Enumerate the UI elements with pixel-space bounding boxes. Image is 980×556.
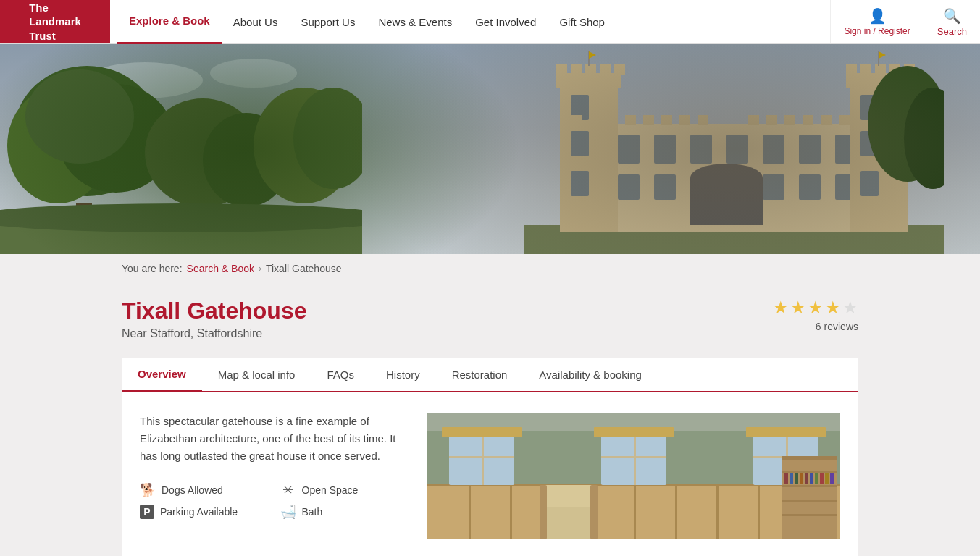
svg-rect-93 bbox=[594, 427, 674, 437]
svg-rect-84 bbox=[758, 485, 760, 539]
star-3: ★ bbox=[808, 298, 824, 318]
logo-line1: The bbox=[29, 1, 81, 15]
svg-rect-119 bbox=[590, 485, 598, 539]
star-rating: ★ ★ ★ ★ ★ bbox=[773, 298, 858, 318]
breadcrumb: You are here: Search & Book › Tixall Gat… bbox=[0, 254, 980, 283]
tab-availability-booking[interactable]: Availability & booking bbox=[523, 358, 657, 391]
svg-rect-104 bbox=[782, 500, 837, 502]
svg-rect-108 bbox=[795, 473, 798, 484]
svg-rect-113 bbox=[820, 473, 824, 484]
svg-rect-102 bbox=[782, 471, 837, 473]
header-actions: 👤 Sign in / Register 🔍 Search bbox=[830, 0, 980, 43]
svg-rect-82 bbox=[675, 485, 677, 539]
main-content: Tixall Gatehouse Near Stafford, Stafford… bbox=[0, 283, 980, 556]
svg-rect-83 bbox=[716, 485, 719, 539]
svg-rect-117 bbox=[540, 485, 598, 507]
tab-faqs[interactable]: FAQs bbox=[311, 358, 370, 391]
amenity-bath-label: Bath bbox=[302, 506, 323, 518]
amenities-list: 🐕 Dogs Allowed ✳ Open Space P Parking Av… bbox=[140, 482, 406, 520]
search-label: Search bbox=[937, 26, 967, 37]
tab-overview[interactable]: Overview bbox=[122, 358, 202, 392]
amenity-bath: 🛁 Bath bbox=[280, 504, 406, 520]
svg-rect-106 bbox=[784, 473, 788, 484]
amenity-parking-label: Parking Available bbox=[160, 506, 238, 518]
overview-description: This spectacular gatehouse is a fine exa… bbox=[140, 413, 406, 465]
nav-item-support-us[interactable]: Support Us bbox=[289, 0, 367, 44]
svg-rect-114 bbox=[825, 473, 829, 484]
svg-rect-115 bbox=[830, 473, 834, 484]
svg-rect-77 bbox=[469, 485, 471, 539]
amenity-dogs-label: Dogs Allowed bbox=[162, 484, 223, 496]
overview-image bbox=[427, 413, 840, 539]
amenity-parking: P Parking Available bbox=[140, 504, 266, 520]
nav-item-about-us[interactable]: About Us bbox=[222, 0, 290, 44]
overview-text-column: This spectacular gatehouse is a fine exa… bbox=[140, 413, 406, 539]
logo-line2: Landmark bbox=[29, 14, 81, 29]
logo[interactable]: The Landmark Trust bbox=[0, 0, 110, 43]
breadcrumb-link[interactable]: Search & Book bbox=[187, 263, 254, 274]
svg-rect-81 bbox=[634, 485, 636, 539]
svg-rect-109 bbox=[800, 473, 803, 484]
svg-rect-103 bbox=[782, 485, 837, 487]
svg-rect-88 bbox=[449, 456, 514, 458]
nav-item-gift-shop[interactable]: Gift Shop bbox=[548, 0, 616, 44]
svg-rect-107 bbox=[790, 473, 793, 484]
svg-rect-92 bbox=[601, 456, 666, 458]
svg-rect-105 bbox=[782, 514, 837, 516]
site-header: The Landmark Trust Explore & Book About … bbox=[0, 0, 980, 44]
amenity-open-space-label: Open Space bbox=[302, 484, 359, 496]
logo-line3: Trust bbox=[29, 29, 81, 43]
svg-rect-97 bbox=[746, 427, 826, 437]
open-space-icon: ✳ bbox=[280, 482, 296, 498]
amenity-open-space: ✳ Open Space bbox=[280, 482, 406, 498]
svg-rect-89 bbox=[442, 427, 522, 437]
tab-restoration[interactable]: Restoration bbox=[436, 358, 524, 391]
property-tabs: Overview Map & local info FAQs History R… bbox=[122, 358, 858, 392]
dogs-icon: 🐕 bbox=[140, 482, 156, 498]
star-5: ★ bbox=[842, 298, 858, 318]
main-nav: Explore & Book About Us Support Us News … bbox=[110, 0, 830, 43]
sign-in-button[interactable]: 👤 Sign in / Register bbox=[830, 0, 923, 43]
breadcrumb-separator: › bbox=[259, 264, 261, 274]
sign-in-label: Sign in / Register bbox=[844, 26, 910, 36]
property-title: Tixall Gatehouse bbox=[122, 298, 307, 324]
svg-rect-118 bbox=[540, 485, 547, 539]
svg-rect-112 bbox=[815, 473, 818, 484]
user-icon: 👤 bbox=[868, 7, 887, 25]
tab-map-local-info[interactable]: Map & local info bbox=[202, 358, 311, 391]
svg-rect-78 bbox=[510, 485, 512, 539]
hero-image bbox=[0, 44, 980, 254]
breadcrumb-prefix: You are here: bbox=[122, 263, 183, 274]
bath-icon: 🛁 bbox=[280, 504, 296, 520]
svg-rect-101 bbox=[782, 456, 837, 460]
amenity-dogs: 🐕 Dogs Allowed bbox=[140, 482, 266, 498]
nav-item-explore-book[interactable]: Explore & Book bbox=[117, 0, 222, 44]
reviews-count: 6 reviews bbox=[816, 321, 858, 332]
rating-area: ★ ★ ★ ★ ★ 6 reviews bbox=[773, 298, 858, 332]
svg-rect-110 bbox=[805, 473, 808, 484]
nav-item-get-involved[interactable]: Get Involved bbox=[464, 0, 548, 44]
property-title-block: Tixall Gatehouse Near Stafford, Stafford… bbox=[122, 298, 307, 340]
room-interior-svg bbox=[427, 413, 840, 539]
search-button[interactable]: 🔍 Search bbox=[924, 0, 980, 43]
star-2: ★ bbox=[790, 298, 806, 318]
tab-content-overview: This spectacular gatehouse is a fine exa… bbox=[122, 392, 858, 556]
parking-icon: P bbox=[140, 505, 154, 519]
property-header: Tixall Gatehouse Near Stafford, Stafford… bbox=[122, 298, 858, 340]
tab-history[interactable]: History bbox=[370, 358, 436, 391]
search-icon: 🔍 bbox=[943, 7, 961, 25]
breadcrumb-current: Tixall Gatehouse bbox=[266, 263, 342, 274]
svg-rect-111 bbox=[810, 473, 813, 484]
nav-item-news-events[interactable]: News & Events bbox=[367, 0, 464, 44]
star-4: ★ bbox=[825, 298, 841, 318]
star-1: ★ bbox=[773, 298, 789, 318]
svg-rect-100 bbox=[782, 456, 837, 539]
property-location: Near Stafford, Staffordshire bbox=[122, 327, 307, 340]
